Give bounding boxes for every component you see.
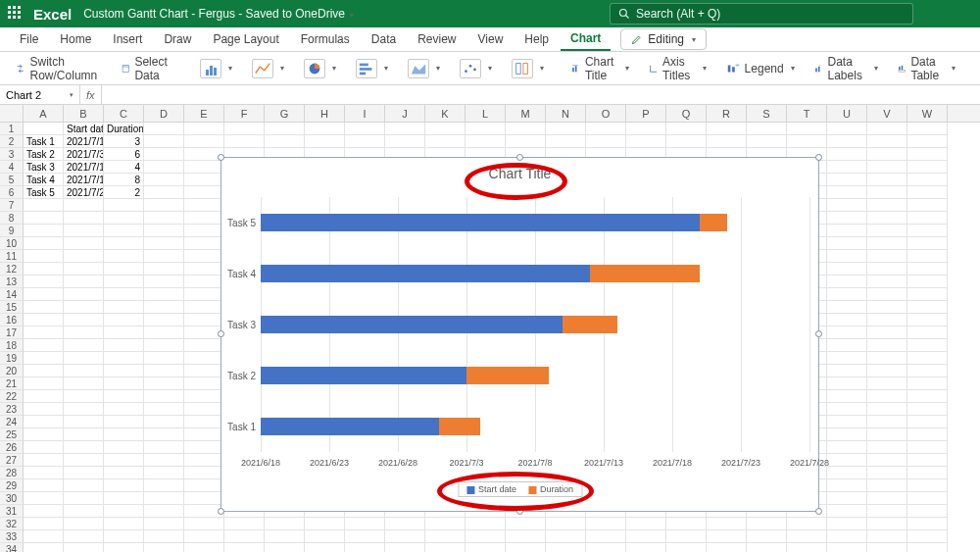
cell[interactable] [907, 492, 948, 505]
cell[interactable] [867, 237, 907, 250]
search-input[interactable]: Search (Alt + Q) [610, 3, 913, 25]
tab-chart[interactable]: Chart [561, 27, 611, 51]
cell[interactable] [867, 403, 907, 416]
cell[interactable] [104, 276, 144, 288]
cell[interactable] [144, 123, 184, 135]
cell[interactable] [184, 454, 224, 467]
cell[interactable] [867, 314, 907, 326]
cell[interactable] [24, 250, 64, 263]
cell[interactable] [305, 543, 345, 552]
cell[interactable] [144, 237, 184, 250]
chart-legend[interactable]: Start date Duration [458, 481, 582, 497]
cell[interactable] [144, 288, 184, 301]
resize-handle[interactable] [815, 508, 822, 515]
column-header[interactable]: J [385, 105, 425, 122]
cell[interactable] [827, 339, 867, 352]
cell[interactable] [184, 492, 224, 505]
cell[interactable] [586, 135, 626, 148]
row-header[interactable]: 18 [0, 339, 24, 352]
cell[interactable] [907, 339, 948, 352]
cell[interactable] [184, 161, 224, 174]
column-header[interactable]: E [184, 105, 224, 122]
cell[interactable] [184, 225, 224, 237]
cell[interactable]: 2021/7/20 [64, 186, 104, 199]
cell[interactable] [586, 518, 626, 530]
row-header[interactable]: 32 [0, 518, 24, 530]
cell[interactable] [827, 518, 867, 530]
legend-button[interactable]: Legend▾ [720, 59, 801, 78]
chart-type-area[interactable]: ▾ [402, 56, 446, 81]
cell[interactable] [827, 174, 867, 186]
cell[interactable] [907, 225, 948, 237]
cell[interactable] [506, 135, 546, 148]
chart-type-pie[interactable]: ▾ [298, 56, 342, 81]
cell[interactable] [104, 428, 144, 441]
cell[interactable] [24, 237, 64, 250]
cell[interactable] [827, 148, 867, 161]
cell[interactable] [466, 530, 506, 543]
cell[interactable] [64, 518, 104, 530]
row-header[interactable]: 13 [0, 276, 24, 288]
cell[interactable] [867, 148, 907, 161]
cell[interactable] [827, 428, 867, 441]
cell[interactable] [64, 326, 104, 339]
cell[interactable] [345, 518, 385, 530]
cell[interactable] [144, 365, 184, 377]
cell[interactable] [104, 377, 144, 390]
row-header[interactable]: 3 [0, 148, 24, 161]
cell[interactable] [425, 530, 466, 543]
cell[interactable] [144, 352, 184, 365]
cell[interactable] [144, 390, 184, 403]
cell[interactable] [144, 428, 184, 441]
cell[interactable] [626, 530, 666, 543]
cell[interactable] [867, 479, 907, 492]
chart-plot-area[interactable]: Task 5Task 4Task 3Task 2Task 1 [261, 197, 809, 452]
row-header[interactable]: 5 [0, 174, 24, 186]
cell[interactable] [867, 276, 907, 288]
cell[interactable] [64, 263, 104, 276]
cell[interactable] [747, 518, 787, 530]
cell[interactable] [867, 467, 907, 479]
cell[interactable] [64, 390, 104, 403]
cell[interactable] [747, 135, 787, 148]
cell[interactable] [907, 467, 948, 479]
cell[interactable] [184, 467, 224, 479]
cell[interactable] [907, 352, 948, 365]
cell[interactable] [184, 403, 224, 416]
cell[interactable] [184, 237, 224, 250]
cell[interactable] [907, 505, 948, 518]
cell[interactable] [586, 530, 626, 543]
chart-title-button[interactable]: Chart Title▾ [565, 52, 635, 85]
cell[interactable] [747, 543, 787, 552]
column-header[interactable]: I [345, 105, 385, 122]
cell[interactable] [305, 123, 345, 135]
cell[interactable] [64, 225, 104, 237]
cell[interactable] [907, 543, 948, 552]
cell[interactable] [867, 339, 907, 352]
column-header[interactable]: R [707, 105, 747, 122]
tab-draw[interactable]: Draw [154, 28, 201, 50]
cell[interactable] [224, 530, 265, 543]
formula-input[interactable] [102, 85, 980, 104]
cell[interactable] [907, 403, 948, 416]
cell[interactable] [184, 250, 224, 263]
cell[interactable] [506, 530, 546, 543]
cell[interactable] [224, 123, 265, 135]
cell[interactable]: Task 4 [24, 174, 64, 186]
cell[interactable] [24, 123, 64, 135]
cell[interactable]: 2021/7/1 [64, 135, 104, 148]
cell[interactable] [827, 199, 867, 212]
cell[interactable] [104, 225, 144, 237]
cell[interactable] [707, 530, 747, 543]
resize-handle[interactable] [815, 330, 822, 337]
column-header[interactable]: H [305, 105, 345, 122]
column-headers[interactable]: ABCDEFGHIJKLMNOPQRSTUVW [0, 105, 980, 123]
row-header[interactable]: 19 [0, 352, 24, 365]
cell[interactable]: 2021/7/3 [64, 148, 104, 161]
cell[interactable] [184, 416, 224, 428]
resize-handle[interactable] [516, 154, 523, 161]
cell[interactable] [546, 543, 586, 552]
cell[interactable] [184, 479, 224, 492]
cell[interactable] [104, 237, 144, 250]
data-table-button[interactable]: Data Table▾ [892, 52, 961, 85]
